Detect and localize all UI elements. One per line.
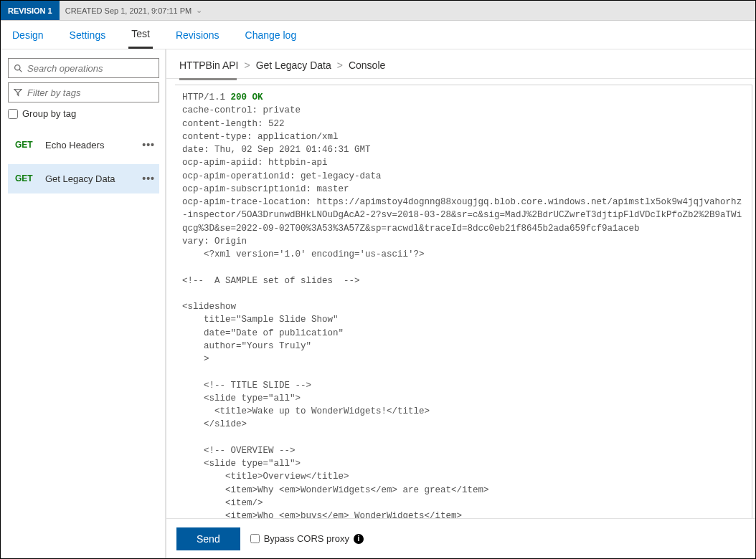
group-by-tag-row[interactable]: Group by tag <box>8 108 159 119</box>
svg-point-0 <box>14 64 19 70</box>
operation-name: Echo Headers <box>45 140 104 150</box>
operation-method: GET <box>11 140 35 150</box>
svg-marker-2 <box>14 90 22 96</box>
chevron-right-icon: > <box>244 59 250 71</box>
send-button[interactable]: Send <box>176 527 240 550</box>
operation-method: GET <box>11 173 35 183</box>
console-panel: HTTPBin API > Get Legacy Data > Console … <box>166 49 755 558</box>
breadcrumb: HTTPBin API > Get Legacy Data > Console <box>166 49 755 79</box>
response-body: HTTP/1.1 200 OK cache-control: private c… <box>175 85 752 518</box>
bypass-cors-label: Bypass CORS proxy <box>264 533 349 544</box>
group-by-tag-label: Group by tag <box>22 108 76 119</box>
breadcrumb-api[interactable]: HTTPBin API <box>179 59 238 71</box>
search-operations-box[interactable] <box>8 58 159 78</box>
operations-sidebar: Group by tag GET Echo Headers ••• GET Ge… <box>1 49 166 558</box>
bypass-cors-checkbox[interactable] <box>250 534 260 543</box>
chevron-right-icon: > <box>337 59 343 71</box>
bypass-cors-row[interactable]: Bypass CORS proxy i <box>250 533 364 544</box>
info-icon[interactable]: i <box>354 534 364 544</box>
filter-icon <box>13 88 23 97</box>
response-scroll[interactable]: HTTP/1.1 200 OK cache-control: private c… <box>175 85 752 518</box>
created-label: CREATED Sep 1, 2021, 9:07:11 PM <box>65 6 192 15</box>
tab-test[interactable]: Test <box>128 21 153 49</box>
operation-item-get-legacy-data[interactable]: GET Get Legacy Data ••• <box>8 164 159 194</box>
svg-line-1 <box>19 70 22 72</box>
filter-input[interactable] <box>27 87 154 98</box>
tab-design[interactable]: Design <box>9 22 47 48</box>
group-by-tag-checkbox[interactable] <box>8 109 18 119</box>
tab-change-log[interactable]: Change log <box>242 22 300 48</box>
filter-tags-box[interactable] <box>8 82 159 102</box>
operation-item-echo-headers[interactable]: GET Echo Headers ••• <box>8 130 159 160</box>
tab-settings[interactable]: Settings <box>67 22 109 48</box>
chevron-down-icon[interactable]: ⌄ <box>196 6 202 15</box>
search-icon <box>13 64 23 73</box>
tab-strip: Design Settings Test Revisions Change lo… <box>1 21 755 49</box>
search-input[interactable] <box>27 63 154 74</box>
revision-bar: REVISION 1 CREATED Sep 1, 2021, 9:07:11 … <box>1 1 755 21</box>
revision-badge: REVISION 1 <box>1 1 60 20</box>
more-icon[interactable]: ••• <box>142 139 155 150</box>
breadcrumb-accent <box>179 78 237 80</box>
operation-name: Get Legacy Data <box>45 173 115 184</box>
breadcrumb-operation[interactable]: Get Legacy Data <box>256 59 331 71</box>
more-icon[interactable]: ••• <box>142 173 155 184</box>
breadcrumb-view: Console <box>349 59 385 71</box>
bottom-bar: Send Bypass CORS proxy i <box>166 518 755 558</box>
tab-revisions[interactable]: Revisions <box>173 22 222 48</box>
